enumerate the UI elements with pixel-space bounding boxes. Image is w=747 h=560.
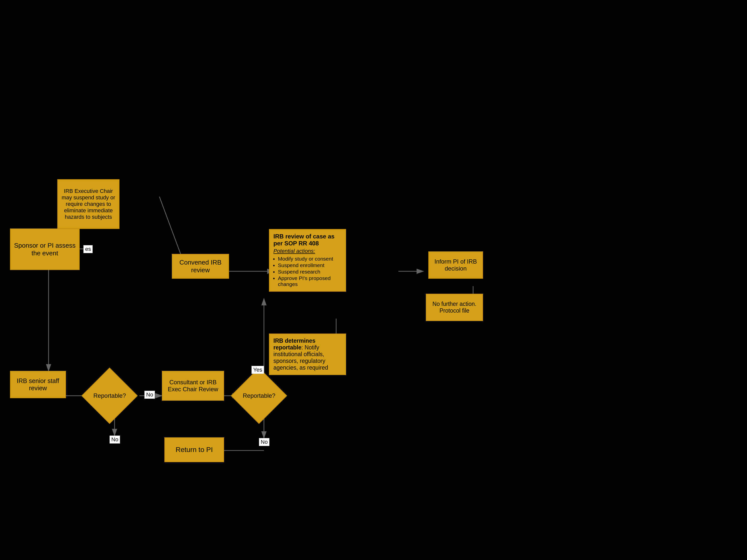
irb-review-bullets: Modify study or consent Suspend enrollme… <box>274 256 342 287</box>
irb-review-box: IRB review of case as per SOP RR 408 Pot… <box>269 229 346 292</box>
no-further-label: No further action. Protocol file <box>429 301 480 314</box>
convened-irb-label: Convened IRB review <box>175 259 226 274</box>
diamond1-wrapper: Reportable? <box>89 376 129 416</box>
bullet-3: Suspend research <box>278 269 342 275</box>
convened-irb-box: Convened IRB review <box>172 254 229 279</box>
diamond2-wrapper: Reportable? <box>239 376 279 416</box>
no-further-box: No further action. Protocol file <box>426 294 483 321</box>
diamond1-label: Reportable? <box>93 392 126 399</box>
irb-review-subtitle: Potential actions: <box>274 248 342 255</box>
consultant-irb-label: Consultant or IRB Exec Chair Review <box>165 379 221 393</box>
irb-review-title: IRB review of case as per SOP RR 408 <box>274 233 342 247</box>
yes1-label: Yes <box>252 366 264 374</box>
inform-pi-box: Inform PI of IRB decision <box>428 251 483 279</box>
sponsor-pi-box: Sponsor or PI assess the event <box>10 229 80 270</box>
no3-label: No <box>259 438 269 446</box>
sponsor-pi-label: Sponsor or PI assess the event <box>13 242 77 257</box>
no2-label: No <box>109 435 120 444</box>
bullet-1: Modify study or consent <box>278 256 342 262</box>
return-to-pi-box: Return to PI <box>164 437 224 462</box>
flowchart: Sponsor or PI assess the event IRB Execu… <box>0 0 747 560</box>
inform-pi-label: Inform PI of IRB decision <box>431 258 480 272</box>
irb-exec-chair-box: IRB Executive Chair may suspend study or… <box>57 179 120 229</box>
arrows-svg <box>0 0 747 560</box>
bullet-2: Suspend enrollment <box>278 262 342 268</box>
irb-senior-staff-box: IRB senior staff review <box>10 371 66 398</box>
no1-label: No <box>145 391 155 399</box>
bullet-4: Approve PI's proposed changes <box>278 275 342 287</box>
irb-determines-box: IRB determines reportable: Notify instit… <box>269 334 346 375</box>
es-label: es <box>83 245 93 253</box>
consultant-irb-box: Consultant or IRB Exec Chair Review <box>162 371 224 401</box>
irb-exec-chair-label: IRB Executive Chair may suspend study or… <box>60 188 117 220</box>
diamond2-label: Reportable? <box>243 392 275 399</box>
irb-senior-staff-label: IRB senior staff review <box>13 377 63 392</box>
return-to-pi-label: Return to PI <box>176 446 213 454</box>
